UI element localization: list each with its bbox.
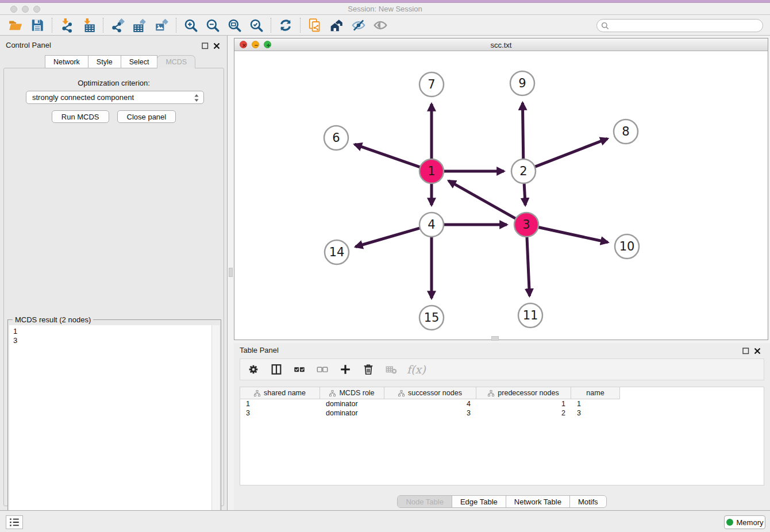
open-session-button[interactable] xyxy=(5,17,26,34)
optimization-criterion-select[interactable]: strongly connected component xyxy=(26,91,204,104)
column-header-successor-nodes[interactable]: successor nodes xyxy=(384,387,476,399)
graph-node-7[interactable]: 7 xyxy=(419,72,444,97)
graph-node-label: 11 xyxy=(523,309,538,322)
memory-label: Memory xyxy=(737,518,764,527)
save-session-button[interactable] xyxy=(26,17,48,34)
tab-network[interactable]: Network xyxy=(45,55,88,68)
column-header-predecessor-nodes[interactable]: predecessor nodes xyxy=(476,387,571,399)
import-network-button[interactable] xyxy=(56,17,78,34)
table-settings-button[interactable] xyxy=(246,362,261,377)
graph-node-11[interactable]: 11 xyxy=(518,303,542,327)
mcds-result-list[interactable]: 13 xyxy=(9,325,211,532)
import-table-button[interactable] xyxy=(78,17,99,34)
export-network-button[interactable] xyxy=(107,17,129,34)
close-panel-icon[interactable] xyxy=(213,41,220,48)
search-field[interactable] xyxy=(596,19,763,32)
toolbar-separator xyxy=(103,18,103,33)
graph-node-label: 3 xyxy=(522,218,530,232)
tab-style[interactable]: Style xyxy=(88,55,121,68)
tab-motifs[interactable]: Motifs xyxy=(570,496,606,507)
graph-node-label: 8 xyxy=(622,125,629,138)
float-table-panel-icon[interactable] xyxy=(742,346,749,353)
tab-network-table[interactable]: Network Table xyxy=(506,496,570,507)
function-builder-button[interactable]: f(x) xyxy=(407,362,426,377)
graph-node-2[interactable]: 2 xyxy=(511,159,536,183)
run-mcds-button[interactable]: Run MCDS xyxy=(52,110,109,123)
graph-node-15[interactable]: 15 xyxy=(419,306,444,330)
clone-network-button[interactable] xyxy=(304,17,326,34)
zoom-fit-button[interactable] xyxy=(224,17,245,34)
export-table-button[interactable] xyxy=(129,17,151,34)
graph-edge-2-3[interactable] xyxy=(524,182,525,205)
zoom-out-button[interactable] xyxy=(202,17,224,34)
column-header-shared-name[interactable]: shared name xyxy=(240,387,320,399)
tab-edge-table[interactable]: Edge Table xyxy=(452,496,506,507)
homes-icon xyxy=(329,18,344,33)
zoom-fit-icon xyxy=(227,18,242,33)
delete-column-button[interactable] xyxy=(361,362,376,377)
graph-node-label: 14 xyxy=(329,245,345,259)
app-window: Session: New Session xyxy=(0,0,770,532)
tree-icon xyxy=(329,390,336,396)
hide-selected-button[interactable] xyxy=(348,17,369,34)
table-row[interactable]: 1dominator411 xyxy=(240,399,764,408)
toolbar-separator xyxy=(176,18,176,33)
column-header-mcds-role[interactable]: MCDS role xyxy=(320,387,384,399)
search-input[interactable] xyxy=(609,22,763,30)
graph-node-label: 4 xyxy=(428,218,435,232)
table-row[interactable]: 3dominator323 xyxy=(240,408,764,418)
columns-icon xyxy=(270,363,283,376)
delete-table-button[interactable] xyxy=(384,362,399,377)
memory-button[interactable]: Memory xyxy=(724,515,765,529)
graph-node-10[interactable]: 10 xyxy=(615,234,639,259)
graph-edge-3-10[interactable] xyxy=(537,227,608,242)
apply-layout-button[interactable] xyxy=(275,17,297,34)
task-history-button[interactable] xyxy=(6,515,23,529)
add-column-button[interactable] xyxy=(338,362,353,377)
result-scrollbar[interactable] xyxy=(211,325,220,532)
horizontal-splitter-handle[interactable] xyxy=(491,336,499,341)
show-selected-button[interactable] xyxy=(369,17,391,34)
mcds-panel: Optimization criterion: strongly connect… xyxy=(3,68,224,506)
graph-edge-3-11[interactable] xyxy=(527,236,530,296)
export-image-button[interactable] xyxy=(151,17,172,34)
node-table[interactable]: shared nameMCDS rolesuccessor nodesprede… xyxy=(240,387,764,485)
zoom-selected-button[interactable] xyxy=(245,17,267,34)
table-header-row: shared nameMCDS rolesuccessor nodesprede… xyxy=(240,387,764,399)
column-header-name[interactable]: name xyxy=(571,387,620,399)
table-tabs: Node TableEdge TableNetwork TableMotifs xyxy=(234,495,770,508)
graph-edge-2-9[interactable] xyxy=(522,103,523,160)
tab-node-table[interactable]: Node Table xyxy=(398,496,452,507)
window-title: Session: New Session xyxy=(0,5,770,13)
optimization-criterion-label: Optimization criterion: xyxy=(4,79,224,87)
network-view-window: scc.txt 7968124314101511 xyxy=(234,38,768,340)
float-panel-icon[interactable] xyxy=(202,41,209,48)
deselect-all-columns-button[interactable] xyxy=(315,362,330,377)
graph-node-3[interactable]: 3 xyxy=(514,213,538,237)
graph-node-9[interactable]: 9 xyxy=(510,71,534,95)
tab-select[interactable]: Select xyxy=(121,55,158,68)
column-header-filler xyxy=(620,387,764,399)
zoom-in-icon xyxy=(183,18,198,33)
vertical-splitter-handle[interactable] xyxy=(229,268,233,277)
zoom-in-button[interactable] xyxy=(180,17,202,34)
select-all-columns-button[interactable] xyxy=(292,362,307,377)
list-icon xyxy=(8,516,21,528)
tab-mcds[interactable]: MCDS xyxy=(157,55,195,68)
open-folder-icon xyxy=(8,18,23,33)
graph-edge-1-6[interactable] xyxy=(355,144,421,168)
network-graph: 7968124314101511 xyxy=(234,51,768,340)
graph-node-4[interactable]: 4 xyxy=(419,213,444,237)
show-all-networks-button[interactable] xyxy=(326,17,348,34)
graph-node-6[interactable]: 6 xyxy=(324,126,348,150)
graph-node-1[interactable]: 1 xyxy=(419,159,444,183)
graph-edge-3-1[interactable] xyxy=(449,181,517,219)
close-table-panel-icon[interactable] xyxy=(754,346,761,353)
close-panel-button[interactable]: Close panel xyxy=(117,110,176,123)
column-layout-button[interactable] xyxy=(269,362,284,377)
graph-edge-2-8[interactable] xyxy=(534,138,608,167)
graph-edge-4-14[interactable] xyxy=(356,228,421,246)
network-canvas[interactable]: 7968124314101511 xyxy=(234,51,768,340)
graph-node-14[interactable]: 14 xyxy=(325,240,349,264)
graph-node-8[interactable]: 8 xyxy=(614,119,638,144)
